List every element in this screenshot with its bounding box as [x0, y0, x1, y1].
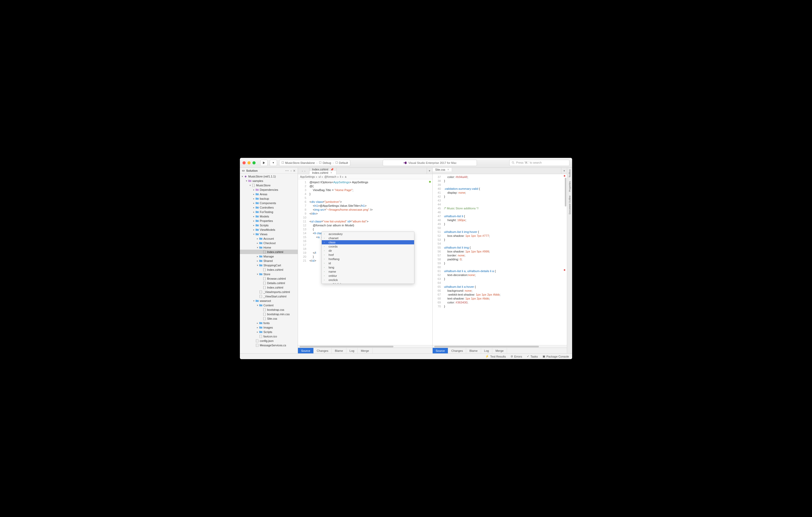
close-icon[interactable] [242, 161, 245, 164]
tree-item[interactable]: Index.cshtml [240, 250, 298, 254]
bottom-tab[interactable]: Log [346, 348, 357, 354]
completion-item[interactable]: ›class [322, 240, 414, 244]
code-left[interactable]: 123456789101112131415161718192021 @injec… [298, 179, 432, 345]
breadcrumb-item[interactable]: a [345, 175, 346, 178]
bottom-tab[interactable]: Log [481, 348, 492, 354]
breadcrumb-item[interactable]: ul [319, 175, 321, 178]
tree-item[interactable]: ▸Properties [240, 218, 298, 223]
bottom-tab[interactable]: Blame [466, 348, 481, 354]
tree-item[interactable]: ▾samples [240, 179, 298, 183]
completion-item[interactable]: ›name [322, 270, 414, 274]
rail-tab[interactable]: Document Outline [569, 195, 571, 214]
tree-item[interactable]: ▸Areas [240, 192, 298, 196]
status-item[interactable]: ✓Tasks [527, 355, 538, 358]
tree-item[interactable]: ▸Scripts [240, 330, 298, 334]
tree-item[interactable]: Index.cshtml [240, 267, 298, 272]
bottom-tab[interactable]: Source [298, 348, 314, 354]
editor-tab[interactable]: Index.cshtml📌 [310, 168, 337, 171]
bottom-tab[interactable]: Changes [314, 348, 332, 354]
chevron-left-icon[interactable]: ‹ [302, 170, 303, 173]
editor-tab[interactable]: Index.cshtml× [310, 171, 337, 175]
tree-item[interactable]: Index.cshtml [240, 285, 298, 290]
run-button[interactable] [260, 160, 268, 166]
tree-item[interactable]: ▸Controllers [240, 205, 298, 210]
scroll-thumb[interactable] [565, 178, 567, 207]
tree-item[interactable]: _ViewStart.cshtml [240, 294, 298, 299]
tree-item[interactable]: MessageServices.cs [240, 343, 298, 347]
breadcrumb-item[interactable]: AppSettings [300, 175, 315, 178]
editor-tab[interactable]: Site.css× [433, 168, 452, 172]
tree-item[interactable]: ▾Content [240, 303, 298, 307]
error-marker-icon[interactable] [564, 175, 565, 177]
solution-tree[interactable]: ▾◆MusicStore (rel/1.1.1)▾samples▾MusicSt… [240, 174, 298, 354]
bottom-tab[interactable]: Blame [332, 348, 346, 354]
run-config-selector[interactable]: ☐ MusicStore.Standalone › ☐ Debug › ☐ De… [279, 160, 350, 166]
status-item[interactable]: ▣Package Console [543, 355, 569, 358]
tree-item[interactable]: ▾Home [240, 245, 298, 250]
scroll-thumb[interactable] [299, 346, 394, 347]
code-lines[interactable]: color: #b94a48;} .validation-summary-val… [443, 174, 567, 345]
tree-item[interactable]: bootstrap.min.css [240, 312, 298, 316]
tab-dropdown-icon[interactable]: ▾ [427, 168, 432, 174]
sidebar-options-icon[interactable]: ⋯ ▫ × [285, 169, 296, 173]
tree-item[interactable]: ▸ViewModels [240, 227, 298, 232]
tree-item[interactable]: ▸Manage [240, 254, 298, 258]
bottom-tab[interactable]: Changes [448, 348, 466, 354]
hscrollbar[interactable] [433, 345, 567, 347]
tree-item[interactable]: config.json [240, 338, 298, 343]
tree-item[interactable]: Details.cshtml [240, 281, 298, 285]
tab-dropdown-icon[interactable]: ▾ [561, 168, 567, 174]
completion-item[interactable]: ›dir [322, 249, 414, 253]
tree-item[interactable]: ▸Models [240, 214, 298, 218]
tree-item[interactable]: ▸ForTesting [240, 210, 298, 214]
tree-item[interactable]: ▾wwwroot [240, 299, 298, 303]
tree-root[interactable]: ▾◆MusicStore (rel/1.1.1) [240, 174, 298, 179]
tree-item[interactable]: ▸backup [240, 196, 298, 201]
tree-item[interactable]: ▾MusicStore [240, 183, 298, 187]
tree-item[interactable]: ▸Components [240, 201, 298, 205]
config-button[interactable]: ▾ [270, 160, 277, 166]
completion-item[interactable]: ›hreflang [322, 257, 414, 261]
completion-item[interactable]: ›onblur [322, 274, 414, 278]
scroll-thumb[interactable] [434, 346, 539, 347]
breadcrumb-left[interactable]: AppSettings▸ul▸@foreach▸li▸a [298, 174, 432, 179]
chevron-right-icon[interactable]: › [304, 170, 306, 173]
tree-item[interactable]: ▸Checkout [240, 241, 298, 245]
completion-item[interactable]: ›charset [322, 236, 414, 240]
completion-item[interactable]: ›id [322, 261, 414, 265]
error-marker-icon[interactable] [564, 269, 565, 271]
tree-item[interactable]: ▸Dependencies [240, 187, 298, 192]
rail-tab[interactable]: Properties [569, 181, 571, 192]
tree-item[interactable]: ▾ShoppingCart [240, 263, 298, 267]
tree-item[interactable]: Site.css [240, 316, 298, 321]
completion-item[interactable]: ›accesskey [322, 232, 414, 236]
maximize-icon[interactable] [253, 161, 256, 164]
bottom-tab[interactable]: Merge [492, 348, 507, 354]
code-right[interactable]: 3738394041424344454647484950515253545556… [433, 174, 567, 345]
tree-item[interactable]: ▾Views [240, 232, 298, 236]
breadcrumb-item[interactable]: li [340, 175, 341, 178]
search-field[interactable]: Press '⌘.' to search [509, 160, 570, 166]
tree-item[interactable]: ▸fonts [240, 321, 298, 325]
completion-item[interactable]: ›lang [322, 265, 414, 270]
bottom-tab[interactable]: Source [433, 348, 448, 354]
completion-item[interactable]: ›ondblclick [322, 282, 414, 284]
completion-item[interactable]: ›href [322, 253, 414, 257]
tree-item[interactable]: Browse.cshtml [240, 276, 298, 281]
nav-back-forward[interactable]: ‹ › [298, 168, 310, 174]
vscroll-indicator[interactable] [565, 175, 567, 344]
rail-tab[interactable]: Toolbox [569, 170, 571, 178]
tree-item[interactable]: ▸Shared [240, 258, 298, 263]
bottom-tab[interactable]: Merge [357, 348, 372, 354]
completion-item[interactable]: ›onclick [322, 278, 414, 282]
tree-item[interactable]: ▸Scripts [240, 223, 298, 227]
close-icon[interactable]: × [330, 171, 332, 175]
pin-icon[interactable]: 📌 [330, 168, 334, 171]
minimize-icon[interactable] [248, 161, 251, 164]
tree-item[interactable]: bootstrap.css [240, 307, 298, 312]
tree-item[interactable]: favicon.ico [240, 334, 298, 338]
tree-item[interactable]: ▸Account [240, 236, 298, 241]
tree-item[interactable]: ▸Images [240, 325, 298, 330]
completion-popup[interactable]: ›accesskey›charset›class›coords›dir›href… [321, 232, 414, 284]
tree-item[interactable]: ▾Store [240, 272, 298, 276]
